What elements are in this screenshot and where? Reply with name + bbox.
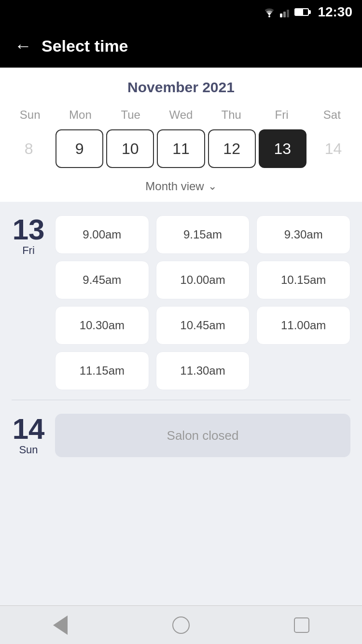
svg-rect-1 <box>280 14 282 17</box>
timeslot-915am[interactable]: 9.15am <box>156 215 250 254</box>
timeslot-1115am[interactable]: 11.15am <box>55 351 149 390</box>
timeslot-1045am[interactable]: 10.45am <box>156 306 250 345</box>
month-year-label: November 2021 <box>0 79 362 96</box>
nav-home-button[interactable] <box>167 611 195 640</box>
day-header-thu: Thu <box>206 105 256 125</box>
day-header-sun: Sun <box>5 105 55 125</box>
wifi-icon <box>263 7 276 17</box>
day-14[interactable]: 14 <box>309 129 357 168</box>
back-button[interactable]: ← <box>14 37 32 55</box>
timeslot-900am[interactable]: 9.00am <box>55 215 149 254</box>
timeslot-1015am[interactable]: 10.15am <box>256 261 350 299</box>
recent-icon <box>294 617 309 633</box>
day-13-number: 13 <box>13 215 45 244</box>
day-9[interactable]: 9 <box>56 129 103 168</box>
nav-back-button[interactable] <box>46 611 75 640</box>
chevron-down-icon: ⌄ <box>208 180 217 193</box>
bottom-nav <box>0 605 362 644</box>
day-header-wed: Wed <box>156 105 206 125</box>
day-11[interactable]: 11 <box>157 129 205 168</box>
day-13-label: 13 Fri <box>12 215 45 257</box>
timeslot-1030am[interactable]: 10.30am <box>55 306 149 345</box>
week-row: 8 9 10 11 12 13 14 <box>0 125 362 173</box>
timeslot-1000am[interactable]: 10.00am <box>156 261 250 299</box>
svg-rect-2 <box>283 12 286 17</box>
day-header-tue: Tue <box>106 105 156 125</box>
salon-closed-label: Salon closed <box>167 428 239 443</box>
svg-rect-3 <box>287 10 289 17</box>
day-header-sat: Sat <box>307 105 357 125</box>
back-icon <box>53 616 68 635</box>
day-14-label: 14 Sun <box>12 415 45 456</box>
day-header-fri: Fri <box>256 105 306 125</box>
day-12[interactable]: 12 <box>208 129 256 168</box>
page-title: Select time <box>42 37 128 56</box>
home-icon <box>172 616 190 634</box>
status-icons <box>263 7 309 17</box>
timeslots-section: 13 Fri 9.00am 9.15am 9.30am 9.45am 10.00… <box>0 202 362 605</box>
status-time: 12:30 <box>318 4 352 20</box>
day-headers-row: Sun Mon Tue Wed Thu Fri Sat <box>0 105 362 125</box>
month-view-label: Month view <box>145 180 204 193</box>
day-13-block: 13 Fri 9.00am 9.15am 9.30am 9.45am 10.00… <box>0 202 362 400</box>
salon-closed-box: Salon closed <box>55 414 350 457</box>
timeslots-grid-13: 9.00am 9.15am 9.30am 9.45am 10.00am 10.1… <box>55 215 350 390</box>
day-13-name: Fri <box>22 244 35 257</box>
day-14-number: 14 <box>13 415 45 444</box>
timeslot-930am[interactable]: 9.30am <box>256 215 350 254</box>
day-14-name: Sun <box>19 444 38 456</box>
day-10[interactable]: 10 <box>106 129 154 168</box>
day-header-mon: Mon <box>55 105 105 125</box>
day-14-block: 14 Sun Salon closed <box>0 400 362 471</box>
svg-point-0 <box>268 15 270 17</box>
status-bar: 12:30 <box>0 0 362 24</box>
timeslot-1130am[interactable]: 11.30am <box>156 351 250 390</box>
nav-recent-button[interactable] <box>287 611 316 640</box>
month-view-toggle[interactable]: Month view ⌄ <box>0 173 362 202</box>
day-13[interactable]: 13 <box>259 129 306 168</box>
timeslot-1100am[interactable]: 11.00am <box>256 306 350 345</box>
timeslot-945am[interactable]: 9.45am <box>55 261 149 299</box>
calendar-section: November 2021 Sun Mon Tue Wed Thu Fri Sa… <box>0 68 362 202</box>
app-header: ← Select time <box>0 24 362 68</box>
signal-icon <box>280 7 291 17</box>
day-8[interactable]: 8 <box>5 129 53 168</box>
battery-icon <box>294 8 309 16</box>
